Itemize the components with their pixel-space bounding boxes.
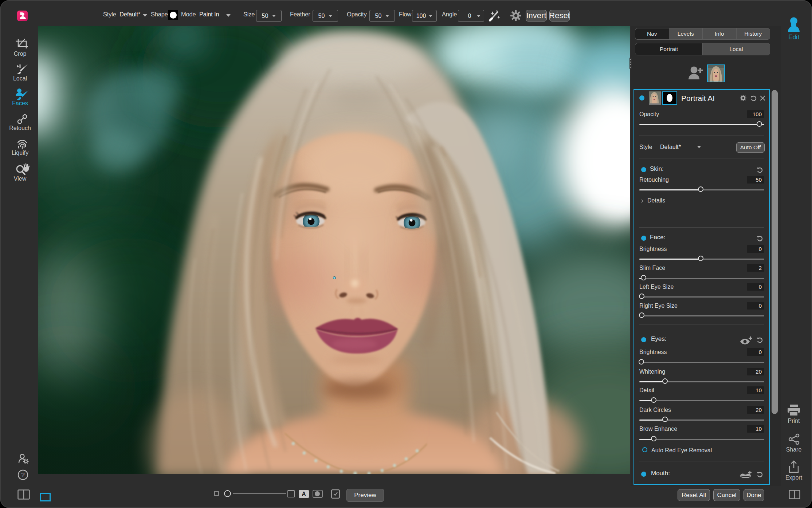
svg-text:?: ? xyxy=(21,472,24,479)
